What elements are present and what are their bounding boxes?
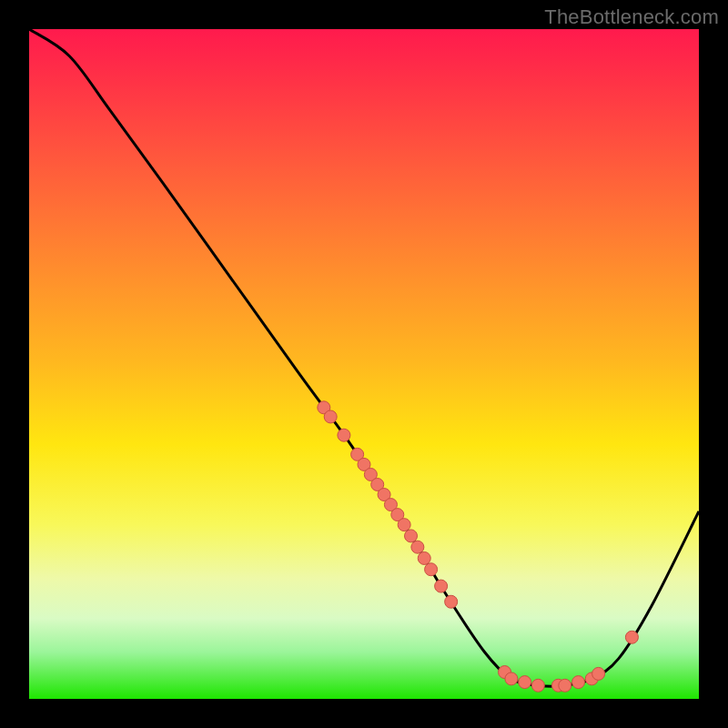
- data-dot: [435, 580, 448, 592]
- bottleneck-curve: [29, 29, 699, 699]
- data-dot: [592, 667, 605, 680]
- data-dot: [398, 519, 410, 531]
- data-dot: [418, 551, 430, 564]
- curve-group: [29, 29, 699, 686]
- data-dot: [425, 563, 438, 576]
- dots-group: [318, 401, 639, 692]
- data-dot: [405, 530, 418, 542]
- watermark-text: TheBottleneck.com: [544, 5, 719, 29]
- chart-frame: TheBottleneck.com: [0, 0, 728, 728]
- data-dot: [519, 676, 531, 689]
- data-dot: [559, 679, 571, 692]
- data-dot: [625, 631, 638, 643]
- data-dot: [572, 676, 585, 689]
- curve-path: [29, 29, 699, 686]
- data-dot: [411, 541, 424, 553]
- data-dot: [531, 679, 544, 692]
- data-dot: [338, 429, 350, 441]
- data-dot: [505, 672, 518, 685]
- data-dot: [445, 595, 458, 608]
- data-dot: [324, 410, 337, 423]
- plot-area: [29, 29, 699, 699]
